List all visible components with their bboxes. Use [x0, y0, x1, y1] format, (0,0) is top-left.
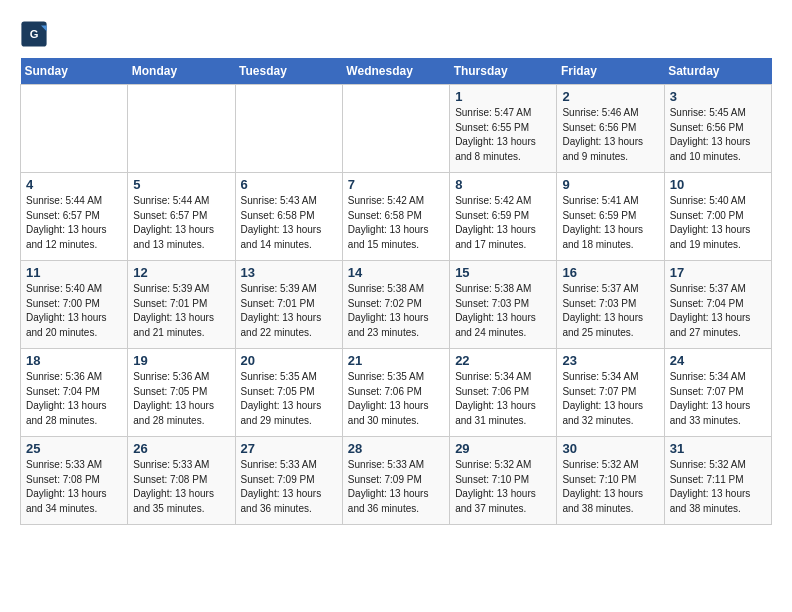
day-number: 21 — [348, 353, 444, 368]
calendar-cell: 10Sunrise: 5:40 AM Sunset: 7:00 PM Dayli… — [664, 173, 771, 261]
day-info: Sunrise: 5:44 AM Sunset: 6:57 PM Dayligh… — [26, 194, 122, 252]
calendar-cell: 31Sunrise: 5:32 AM Sunset: 7:11 PM Dayli… — [664, 437, 771, 525]
day-info: Sunrise: 5:36 AM Sunset: 7:04 PM Dayligh… — [26, 370, 122, 428]
day-info: Sunrise: 5:33 AM Sunset: 7:09 PM Dayligh… — [241, 458, 337, 516]
day-info: Sunrise: 5:44 AM Sunset: 6:57 PM Dayligh… — [133, 194, 229, 252]
day-header-sunday: Sunday — [21, 58, 128, 85]
day-info: Sunrise: 5:41 AM Sunset: 6:59 PM Dayligh… — [562, 194, 658, 252]
day-number: 25 — [26, 441, 122, 456]
day-number: 27 — [241, 441, 337, 456]
calendar-week-2: 4Sunrise: 5:44 AM Sunset: 6:57 PM Daylig… — [21, 173, 772, 261]
day-number: 6 — [241, 177, 337, 192]
day-header-saturday: Saturday — [664, 58, 771, 85]
day-info: Sunrise: 5:34 AM Sunset: 7:07 PM Dayligh… — [562, 370, 658, 428]
calendar-cell — [342, 85, 449, 173]
day-number: 19 — [133, 353, 229, 368]
day-number: 23 — [562, 353, 658, 368]
day-info: Sunrise: 5:34 AM Sunset: 7:07 PM Dayligh… — [670, 370, 766, 428]
calendar-week-5: 25Sunrise: 5:33 AM Sunset: 7:08 PM Dayli… — [21, 437, 772, 525]
day-number: 12 — [133, 265, 229, 280]
day-info: Sunrise: 5:40 AM Sunset: 7:00 PM Dayligh… — [670, 194, 766, 252]
day-header-wednesday: Wednesday — [342, 58, 449, 85]
calendar-cell: 23Sunrise: 5:34 AM Sunset: 7:07 PM Dayli… — [557, 349, 664, 437]
day-number: 8 — [455, 177, 551, 192]
calendar-body: 1Sunrise: 5:47 AM Sunset: 6:55 PM Daylig… — [21, 85, 772, 525]
calendar-cell: 18Sunrise: 5:36 AM Sunset: 7:04 PM Dayli… — [21, 349, 128, 437]
calendar-cell: 9Sunrise: 5:41 AM Sunset: 6:59 PM Daylig… — [557, 173, 664, 261]
day-number: 5 — [133, 177, 229, 192]
day-info: Sunrise: 5:43 AM Sunset: 6:58 PM Dayligh… — [241, 194, 337, 252]
svg-text:G: G — [30, 28, 39, 40]
day-number: 7 — [348, 177, 444, 192]
calendar-cell — [235, 85, 342, 173]
day-number: 18 — [26, 353, 122, 368]
day-number: 9 — [562, 177, 658, 192]
calendar-table: SundayMondayTuesdayWednesdayThursdayFrid… — [20, 58, 772, 525]
day-info: Sunrise: 5:45 AM Sunset: 6:56 PM Dayligh… — [670, 106, 766, 164]
calendar-cell: 25Sunrise: 5:33 AM Sunset: 7:08 PM Dayli… — [21, 437, 128, 525]
calendar-cell: 15Sunrise: 5:38 AM Sunset: 7:03 PM Dayli… — [450, 261, 557, 349]
calendar-cell: 22Sunrise: 5:34 AM Sunset: 7:06 PM Dayli… — [450, 349, 557, 437]
calendar-cell: 17Sunrise: 5:37 AM Sunset: 7:04 PM Dayli… — [664, 261, 771, 349]
day-info: Sunrise: 5:36 AM Sunset: 7:05 PM Dayligh… — [133, 370, 229, 428]
day-number: 22 — [455, 353, 551, 368]
day-number: 4 — [26, 177, 122, 192]
day-info: Sunrise: 5:37 AM Sunset: 7:03 PM Dayligh… — [562, 282, 658, 340]
calendar-cell: 1Sunrise: 5:47 AM Sunset: 6:55 PM Daylig… — [450, 85, 557, 173]
day-info: Sunrise: 5:32 AM Sunset: 7:10 PM Dayligh… — [562, 458, 658, 516]
calendar-cell: 4Sunrise: 5:44 AM Sunset: 6:57 PM Daylig… — [21, 173, 128, 261]
calendar-cell: 5Sunrise: 5:44 AM Sunset: 6:57 PM Daylig… — [128, 173, 235, 261]
day-number: 13 — [241, 265, 337, 280]
day-number: 30 — [562, 441, 658, 456]
day-info: Sunrise: 5:37 AM Sunset: 7:04 PM Dayligh… — [670, 282, 766, 340]
day-info: Sunrise: 5:33 AM Sunset: 7:08 PM Dayligh… — [26, 458, 122, 516]
day-number: 11 — [26, 265, 122, 280]
calendar-header: SundayMondayTuesdayWednesdayThursdayFrid… — [21, 58, 772, 85]
day-info: Sunrise: 5:38 AM Sunset: 7:02 PM Dayligh… — [348, 282, 444, 340]
day-number: 2 — [562, 89, 658, 104]
calendar-cell: 13Sunrise: 5:39 AM Sunset: 7:01 PM Dayli… — [235, 261, 342, 349]
calendar-cell: 7Sunrise: 5:42 AM Sunset: 6:58 PM Daylig… — [342, 173, 449, 261]
calendar-week-3: 11Sunrise: 5:40 AM Sunset: 7:00 PM Dayli… — [21, 261, 772, 349]
day-number: 28 — [348, 441, 444, 456]
calendar-cell — [128, 85, 235, 173]
day-number: 29 — [455, 441, 551, 456]
calendar-cell: 6Sunrise: 5:43 AM Sunset: 6:58 PM Daylig… — [235, 173, 342, 261]
calendar-cell: 21Sunrise: 5:35 AM Sunset: 7:06 PM Dayli… — [342, 349, 449, 437]
day-number: 20 — [241, 353, 337, 368]
day-header-monday: Monday — [128, 58, 235, 85]
page-header: G — [20, 20, 772, 48]
day-info: Sunrise: 5:42 AM Sunset: 6:58 PM Dayligh… — [348, 194, 444, 252]
day-info: Sunrise: 5:40 AM Sunset: 7:00 PM Dayligh… — [26, 282, 122, 340]
day-number: 15 — [455, 265, 551, 280]
logo: G — [20, 20, 50, 48]
day-number: 3 — [670, 89, 766, 104]
day-info: Sunrise: 5:39 AM Sunset: 7:01 PM Dayligh… — [241, 282, 337, 340]
calendar-cell: 28Sunrise: 5:33 AM Sunset: 7:09 PM Dayli… — [342, 437, 449, 525]
calendar-cell: 24Sunrise: 5:34 AM Sunset: 7:07 PM Dayli… — [664, 349, 771, 437]
day-number: 17 — [670, 265, 766, 280]
day-number: 24 — [670, 353, 766, 368]
day-info: Sunrise: 5:35 AM Sunset: 7:06 PM Dayligh… — [348, 370, 444, 428]
calendar-cell: 12Sunrise: 5:39 AM Sunset: 7:01 PM Dayli… — [128, 261, 235, 349]
calendar-cell: 8Sunrise: 5:42 AM Sunset: 6:59 PM Daylig… — [450, 173, 557, 261]
calendar-cell: 20Sunrise: 5:35 AM Sunset: 7:05 PM Dayli… — [235, 349, 342, 437]
day-info: Sunrise: 5:42 AM Sunset: 6:59 PM Dayligh… — [455, 194, 551, 252]
day-info: Sunrise: 5:33 AM Sunset: 7:08 PM Dayligh… — [133, 458, 229, 516]
calendar-cell: 26Sunrise: 5:33 AM Sunset: 7:08 PM Dayli… — [128, 437, 235, 525]
calendar-cell: 30Sunrise: 5:32 AM Sunset: 7:10 PM Dayli… — [557, 437, 664, 525]
day-info: Sunrise: 5:46 AM Sunset: 6:56 PM Dayligh… — [562, 106, 658, 164]
day-header-friday: Friday — [557, 58, 664, 85]
calendar-cell: 19Sunrise: 5:36 AM Sunset: 7:05 PM Dayli… — [128, 349, 235, 437]
day-number: 14 — [348, 265, 444, 280]
day-header-tuesday: Tuesday — [235, 58, 342, 85]
logo-icon: G — [20, 20, 48, 48]
calendar-cell — [21, 85, 128, 173]
calendar-cell: 14Sunrise: 5:38 AM Sunset: 7:02 PM Dayli… — [342, 261, 449, 349]
day-info: Sunrise: 5:32 AM Sunset: 7:10 PM Dayligh… — [455, 458, 551, 516]
calendar-cell: 11Sunrise: 5:40 AM Sunset: 7:00 PM Dayli… — [21, 261, 128, 349]
calendar-cell: 3Sunrise: 5:45 AM Sunset: 6:56 PM Daylig… — [664, 85, 771, 173]
calendar-cell: 2Sunrise: 5:46 AM Sunset: 6:56 PM Daylig… — [557, 85, 664, 173]
day-number: 16 — [562, 265, 658, 280]
calendar-cell: 16Sunrise: 5:37 AM Sunset: 7:03 PM Dayli… — [557, 261, 664, 349]
